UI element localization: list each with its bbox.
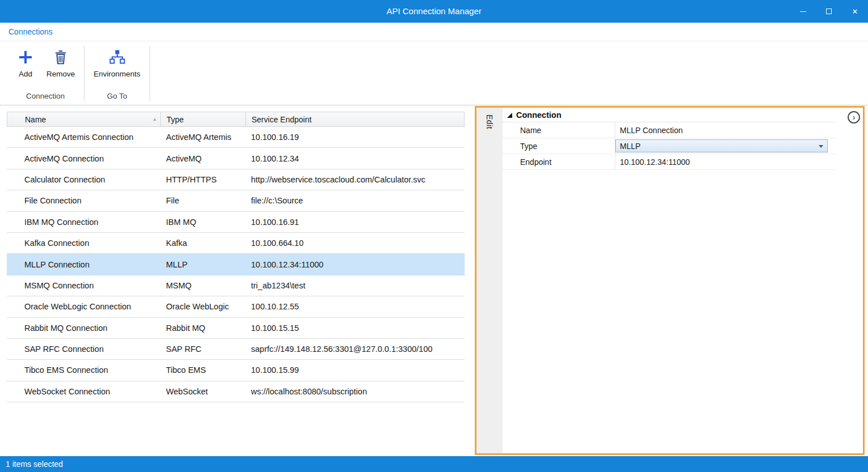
table-row[interactable]: ActiveMQ ConnectionActiveMQ10.100.12.34 — [7, 148, 465, 169]
environments-button-label: Environments — [93, 70, 141, 78]
cell-type: HTTP/HTTPS — [160, 175, 245, 184]
environments-button[interactable]: Environments — [88, 44, 146, 79]
cell-type: SAP RFC — [160, 345, 245, 354]
ribbon: Add Remove Connection — [0, 42, 868, 105]
column-header-name[interactable]: Name ▲ — [7, 112, 161, 126]
cell-endpoint: 10.100.15.15 — [245, 324, 465, 333]
cell-endpoint: saprfc://149.148.12.56:3301@127.0.0.1:33… — [245, 345, 465, 354]
minimize-button[interactable] — [790, 0, 816, 23]
property-value: MLLP — [615, 138, 836, 154]
titlebar[interactable]: API Connection Manager ✕ — [0, 0, 868, 23]
ribbon-group-goto: Environments Go To — [84, 42, 150, 105]
ribbon-tab-strip: Connections — [0, 23, 868, 41]
table-row[interactable]: MLLP ConnectionMLLP10.100.12.34:11000 — [7, 254, 465, 275]
table-row[interactable]: WebSocket ConnectionWebSocketws://localh… — [7, 381, 465, 402]
cell-endpoint: 10.100.12.34:11000 — [245, 260, 465, 269]
type-select[interactable]: MLLP — [615, 139, 828, 152]
table-row[interactable]: Tibco EMS ConnectionTibco EMS10.100.15.9… — [7, 360, 465, 381]
maximize-icon — [826, 8, 832, 14]
close-icon: ✕ — [852, 8, 858, 15]
column-header-name-label: Name — [25, 115, 46, 124]
cell-endpoint: 10.100.15.99 — [245, 365, 465, 375]
cell-name: WebSocket Connection — [7, 387, 160, 396]
connections-table: Name ▲ Type Service Endpoint ActiveMQ Ar… — [7, 112, 465, 402]
cell-name: ActiveMQ Connection — [7, 154, 160, 163]
cell-endpoint: file://c:\Source — [245, 196, 465, 205]
remove-button-label: Remove — [46, 70, 75, 78]
cell-type: Oracle WebLogic — [160, 302, 245, 311]
column-header-endpoint-label: Service Endpoint — [252, 115, 312, 124]
status-bar: 1 items selected — [0, 456, 868, 472]
remove-icon — [53, 46, 68, 68]
table-body: ActiveMQ Artemis ConnectionActiveMQ Arte… — [7, 127, 465, 402]
add-button-label: Add — [19, 70, 32, 78]
property-group-connection[interactable]: Connection — [503, 108, 836, 122]
cell-name: Oracle WebLogic Connection — [7, 302, 160, 311]
property-row-name: NameMLLP Connection — [503, 122, 836, 138]
remove-button[interactable]: Remove — [41, 44, 80, 79]
add-icon — [17, 46, 34, 68]
ribbon-group-separator — [150, 45, 150, 101]
cell-endpoint: 10.100.16.19 — [245, 133, 465, 142]
property-row-endpoint: Endpoint10.100.12.34:11000 — [503, 154, 836, 170]
table-row[interactable]: ActiveMQ Artemis ConnectionActiveMQ Arte… — [7, 127, 465, 148]
cell-type: MSMQ — [160, 281, 245, 290]
window-title: API Connection Manager — [0, 0, 868, 23]
cell-name: Rabbit MQ Connection — [7, 324, 160, 333]
table-row[interactable]: File ConnectionFilefile://c:\Source — [7, 190, 465, 211]
cell-type: IBM MQ — [160, 218, 245, 227]
cell-type: File — [160, 196, 245, 205]
window-controls: ✕ — [790, 0, 868, 23]
cell-type: WebSocket — [160, 387, 245, 396]
cell-endpoint: http://webservice.toscacloud.com/Calcula… — [245, 175, 465, 184]
group-expander-icon — [507, 110, 512, 120]
main-area: Name ▲ Type Service Endpoint ActiveMQ Ar… — [0, 106, 868, 456]
property-group-label: Connection — [516, 110, 561, 120]
maximize-button[interactable] — [816, 0, 842, 23]
environments-icon — [108, 46, 126, 68]
cell-endpoint: 100.10.12.55 — [245, 302, 465, 311]
property-rows: NameMLLP ConnectionTypeMLLPEndpoint10.10… — [503, 122, 863, 170]
table-row[interactable]: Oracle WebLogic ConnectionOracle WebLogi… — [7, 296, 465, 317]
edit-tab[interactable]: Edit — [476, 108, 503, 129]
cell-type: Tibco EMS — [160, 365, 245, 375]
cell-type: MLLP — [160, 260, 245, 269]
cell-name: Calculator Connection — [7, 175, 160, 184]
cell-name: Kafka Connection — [7, 239, 160, 248]
property-label: Endpoint — [503, 158, 615, 167]
table-row[interactable]: Calculator ConnectionHTTP/HTTPShttp://we… — [7, 169, 465, 190]
table-row[interactable]: MSMQ ConnectionMSMQtri_ab1234\test — [7, 275, 465, 296]
ribbon-group-label-connection: Connection — [7, 90, 84, 105]
close-button[interactable]: ✕ — [842, 0, 868, 23]
table-row[interactable]: IBM MQ ConnectionIBM MQ10.100.16.91 — [7, 212, 465, 233]
edit-tab-strip: Edit — [476, 108, 503, 453]
cell-name: File Connection — [7, 196, 160, 205]
chevron-right-icon: › — [853, 113, 856, 121]
column-header-type[interactable]: Type — [161, 112, 246, 126]
table-row[interactable]: Kafka ConnectionKafka10.100.664.10 — [7, 233, 465, 254]
cell-endpoint: 10.100.12.34 — [245, 154, 465, 163]
cell-endpoint: 10.100.16.91 — [245, 218, 465, 227]
table-row[interactable]: Rabbit MQ ConnectionRabbit MQ10.100.15.1… — [7, 318, 465, 339]
cell-type: ActiveMQ — [160, 154, 245, 163]
tab-connections[interactable]: Connections — [0, 27, 61, 36]
cell-name: MLLP Connection — [7, 260, 160, 269]
cell-name: MSMQ Connection — [7, 281, 160, 290]
name-value-field[interactable]: MLLP Connection — [615, 122, 836, 138]
cell-type: Rabbit MQ — [160, 324, 245, 333]
property-grid: Connection NameMLLP ConnectionTypeMLLPEn… — [503, 108, 863, 453]
minimize-icon — [800, 11, 806, 12]
ribbon-group-connection: Add Remove Connection — [7, 42, 84, 105]
cell-endpoint: 10.100.664.10 — [245, 239, 465, 248]
status-text: 1 items selected — [6, 460, 63, 469]
column-header-type-label: Type — [167, 115, 184, 124]
collapse-panel-button[interactable]: › — [848, 111, 860, 124]
table-row[interactable]: SAP RFC ConnectionSAP RFCsaprfc://149.14… — [7, 339, 465, 360]
ribbon-group-label-goto: Go To — [84, 90, 150, 105]
chevron-down-icon — [819, 145, 823, 148]
endpoint-value-field[interactable]: 10.100.12.34:11000 — [615, 154, 836, 169]
add-button[interactable]: Add — [10, 44, 41, 79]
property-row-type: TypeMLLP — [503, 138, 836, 154]
edit-tab-label: Edit — [485, 114, 494, 129]
column-header-service-endpoint[interactable]: Service Endpoint — [246, 112, 464, 126]
